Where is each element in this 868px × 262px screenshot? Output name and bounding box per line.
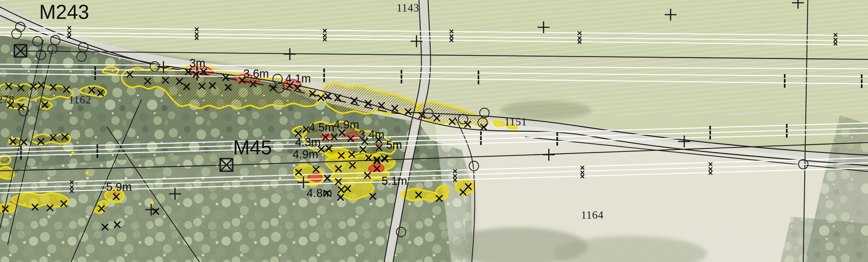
yellow-dot-icon — [85, 172, 89, 175]
line-marker-dash-icon — [478, 75, 479, 79]
parcel-number-label: 1151 — [504, 116, 527, 128]
clearance-distance-label: 5.9m — [106, 180, 132, 193]
mast-label: M243 — [39, 1, 89, 23]
line-marker-dash-icon — [556, 142, 558, 146]
line-marker-dash-icon — [97, 149, 98, 153]
line-marker-dash-icon — [556, 137, 558, 141]
line-marker-dash-icon — [480, 141, 482, 145]
line-marker-dash-icon — [94, 71, 96, 75]
line-marker-dash-icon — [786, 134, 788, 138]
clearance-distance-label: 4.9m — [334, 118, 359, 131]
line-marker-dash-icon — [97, 154, 98, 158]
line-marker-dash-icon — [20, 156, 22, 160]
vegetation-zone-solid — [456, 179, 474, 194]
line-marker-dash-icon — [20, 146, 22, 150]
line-marker-dash-icon — [786, 124, 788, 128]
line-marker-dash-icon — [401, 80, 402, 83]
line-marker-dash-icon — [784, 74, 785, 78]
line-marker-dash-icon — [861, 84, 862, 88]
map-canvas: M243M4511432781162115111643m3.6m4.1m4.9m… — [0, 0, 868, 262]
line-marker-dash-icon — [478, 80, 479, 84]
yellow-dot-icon — [445, 195, 448, 198]
vegetation-zone-hatched — [0, 156, 10, 164]
line-marker-dash-icon — [478, 71, 479, 74]
line-marker-dash-icon — [97, 144, 98, 148]
parcel-number-label: 1162 — [69, 94, 91, 106]
line-marker-dash-icon — [861, 79, 862, 83]
line-marker-dash-icon — [861, 74, 862, 78]
corner-trees — [780, 217, 868, 262]
line-marker-dash-icon — [709, 131, 711, 134]
line-marker-dash-icon — [709, 136, 711, 139]
line-marker-dash-icon — [323, 68, 325, 72]
clearance-distance-label: 4.5m — [309, 121, 334, 134]
clearance-distance-label: 3.6m — [243, 67, 269, 80]
line-marker-dash-icon — [401, 75, 402, 79]
clearance-distance-label: 3m — [189, 57, 205, 70]
clearance-distance-label: 5m — [386, 138, 402, 151]
aerial-map-viewport: M243M4511432781162115111643m3.6m4.1m4.9m… — [0, 0, 868, 262]
line-marker-dash-icon — [784, 84, 785, 88]
clearance-distance-label: 4.3m — [295, 136, 321, 148]
line-marker-dash-icon — [784, 79, 785, 83]
line-marker-dash-icon — [94, 66, 96, 70]
line-marker-dash-icon — [480, 131, 482, 135]
clearance-distance-label: 4.1m — [285, 72, 311, 85]
clearance-distance-label: 4.8m — [307, 187, 332, 199]
line-marker-dash-icon — [20, 151, 22, 155]
parcel-number-label: 1143 — [397, 2, 419, 14]
line-marker-dash-icon — [323, 78, 325, 82]
vegetation-zone-solid — [494, 121, 504, 126]
line-marker-dash-icon — [196, 77, 198, 81]
parcel-number-label: 278 — [0, 93, 15, 105]
line-marker-dash-icon — [786, 129, 788, 133]
vegetation-zone-hatched — [103, 67, 119, 74]
yellow-dot-icon — [151, 201, 154, 204]
line-marker-dash-icon — [323, 73, 325, 77]
line-marker-dash-icon — [94, 76, 96, 80]
clearance-distance-label: 5.1m — [382, 174, 407, 187]
line-marker-dash-icon — [480, 136, 482, 140]
line-marker-dash-icon — [401, 70, 402, 74]
line-marker-dash-icon — [709, 126, 711, 130]
clearance-distance-label: 4.9m — [293, 148, 318, 161]
clearance-distance-label: 3.4m — [359, 128, 384, 141]
parcel-number-label: 1164 — [581, 209, 604, 221]
red-dot-icon — [378, 144, 380, 146]
mast-label: M45 — [233, 136, 272, 159]
yellow-dot-icon — [71, 152, 75, 155]
line-marker-dash-icon — [556, 132, 558, 136]
